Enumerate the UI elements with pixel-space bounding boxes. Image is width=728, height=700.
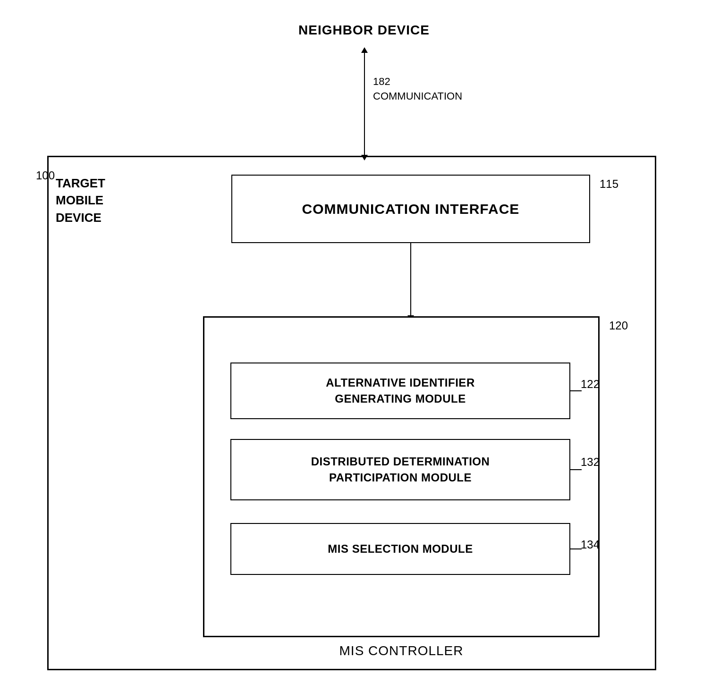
mis-controller-label: MIS CONTROLLER [339,643,464,658]
mid-arrow [410,243,411,316]
dist-det-module-text: DISTRIBUTED DETERMINATION PARTICIPATION … [311,454,490,485]
comm-text: COMMUNICATION [373,90,462,102]
communication-interface-box: COMMUNICATION INTERFACE [231,175,590,243]
comm-number: 182 [373,76,390,87]
label-100: 100 [36,169,55,182]
target-label-line3: DEVICE [56,209,105,226]
target-mobile-device-label: TARGET MOBILE DEVICE [56,175,105,226]
tick-134 [570,548,582,549]
tick-122 [570,390,582,391]
label-115: 115 [600,177,618,191]
target-label-line1: TARGET [56,175,105,192]
alt-id-module-text: ALTERNATIVE IDENTIFIER GENERATING MODULE [326,375,474,406]
label-122: 122 [581,378,600,391]
dist-det-module-box: DISTRIBUTED DETERMINATION PARTICIPATION … [230,439,570,500]
diagram: NEIGHBOR DEVICE 182 COMMUNICATION 100 TA… [0,0,728,700]
mis-sel-module-box: MIS SELECTION MODULE [230,523,570,575]
label-134: 134 [581,538,600,551]
label-132: 132 [581,455,600,469]
mis-sel-module-text: MIS SELECTION MODULE [328,541,473,557]
target-label-line2: MOBILE [56,192,105,209]
label-120: 120 [609,319,628,332]
tick-132 [570,469,582,470]
communication-arrow [364,52,365,156]
communication-label: 182 COMMUNICATION [373,75,462,104]
neighbor-device-label: NEIGHBOR DEVICE [298,23,430,38]
alt-id-module-box: ALTERNATIVE IDENTIFIER GENERATING MODULE [230,363,570,419]
communication-interface-text: COMMUNICATION INTERFACE [302,201,520,217]
